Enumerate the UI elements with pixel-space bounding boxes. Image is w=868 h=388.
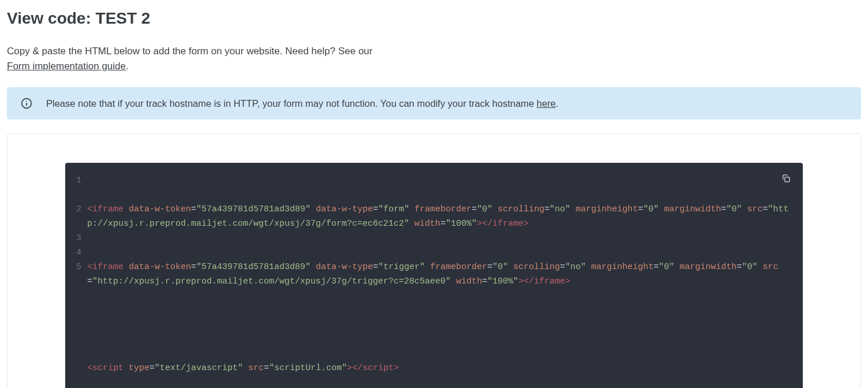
intro-paragraph: Copy & paste the HTML below to add the f… <box>7 44 861 73</box>
intro-text: Copy & paste the HTML below to add the f… <box>7 46 372 57</box>
code-line: <iframe data-w-token="57a439781d5781ad3d… <box>87 202 791 231</box>
form-implementation-guide-link[interactable]: Form implementation guide <box>7 61 126 72</box>
alert-text-after: . <box>556 98 559 109</box>
page-title: View code: TEST 2 <box>7 9 861 28</box>
line-number-gutter: 1 2 3 4 5 <box>71 173 87 388</box>
alert-text-before: Please note that if your track hostname … <box>46 98 537 109</box>
code-line <box>87 318 791 332</box>
code-lines[interactable]: <iframe data-w-token="57a439781d5781ad3d… <box>87 173 791 388</box>
line-number: 4 <box>71 245 81 260</box>
copy-button[interactable] <box>779 171 794 188</box>
code-line: <iframe data-w-token="57a439781d5781ad3d… <box>87 260 791 289</box>
code-line: <script type="text/javascript" src="scri… <box>87 361 791 375</box>
modify-hostname-link[interactable]: here <box>537 98 556 109</box>
line-number: 1 <box>71 173 81 202</box>
code-panel: 1 2 3 4 5 <iframe data-w-token="57a43978… <box>7 133 861 388</box>
alert-text: Please note that if your track hostname … <box>46 98 558 109</box>
svg-point-2 <box>26 100 27 102</box>
code-block: 1 2 3 4 5 <iframe data-w-token="57a43978… <box>65 163 803 388</box>
line-number: 5 <box>71 260 81 274</box>
info-alert: Please note that if your track hostname … <box>7 87 861 120</box>
info-icon <box>21 98 32 109</box>
line-number: 3 <box>71 231 81 245</box>
intro-text-after: . <box>126 61 129 72</box>
copy-icon <box>781 173 791 185</box>
view-code-page: View code: TEST 2 Copy & paste the HTML … <box>0 0 868 388</box>
svg-rect-3 <box>785 177 790 182</box>
line-number: 2 <box>71 202 81 231</box>
